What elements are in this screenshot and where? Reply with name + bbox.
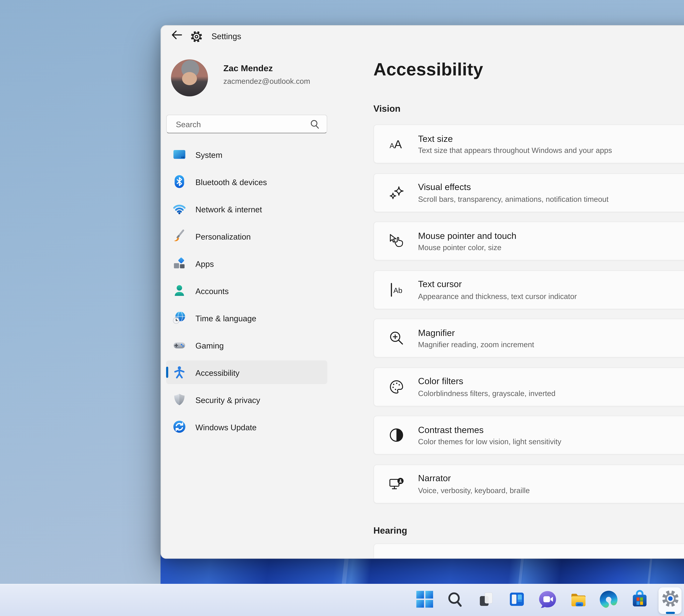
sidebar-item-personalization[interactable]: Personalization xyxy=(166,224,327,248)
store-button[interactable] xyxy=(628,587,651,615)
system-icon xyxy=(173,148,186,161)
setting-subtitle: Appearance and thickness, text cursor in… xyxy=(418,292,577,300)
search-box[interactable] xyxy=(166,115,327,133)
start-button[interactable] xyxy=(413,587,436,615)
windows-update-icon xyxy=(173,420,186,434)
apps-icon xyxy=(173,256,186,270)
edge-button[interactable] xyxy=(597,587,620,615)
security-shield-icon xyxy=(173,393,186,406)
titlebar[interactable]: Settings xyxy=(161,26,684,47)
magnifier-icon xyxy=(388,330,405,346)
setting-subtitle: Text size that appears throughout Window… xyxy=(418,146,612,155)
setting-row-narrator[interactable]: Narrator Voice, verbosity, keyboard, bra… xyxy=(373,464,684,503)
active-app-indicator xyxy=(665,612,675,614)
setting-title: Color filters xyxy=(418,376,555,387)
sidebar-item-label: Network & internet xyxy=(196,204,262,213)
sidebar-item-accessibility[interactable]: Accessibility xyxy=(166,360,327,384)
sidebar-item-label: Time & language xyxy=(196,313,256,322)
setting-row-text-size[interactable]: AA Text size Text size that appears thro… xyxy=(373,124,684,163)
sidebar-item-label: Security & privacy xyxy=(196,395,260,404)
sidebar-item-security-privacy[interactable]: Security & privacy xyxy=(166,388,327,411)
screen: Settings Zac Mendez zacmendez@outlook.co… xyxy=(0,0,684,616)
taskbar-center xyxy=(413,585,682,616)
sidebar-item-windows-update[interactable]: Windows Update xyxy=(166,415,327,439)
settings-gear-taskbar-icon xyxy=(660,590,680,612)
setting-row-mouse-pointer[interactable]: Mouse pointer and touch Mouse pointer co… xyxy=(373,221,684,261)
sidebar-item-system[interactable]: System xyxy=(166,142,327,166)
narrator-icon xyxy=(388,475,405,492)
setting-row-magnifier[interactable]: Magnifier Magnifier reading, zoom increm… xyxy=(373,318,684,358)
setting-subtitle: Color themes for low vision, light sensi… xyxy=(418,437,561,446)
sidebar-item-label: Apps xyxy=(196,259,214,268)
sidebar-item-label: Bluetooth & devices xyxy=(196,177,267,186)
personalization-icon xyxy=(173,229,186,243)
setting-subtitle: Mouse pointer color, size xyxy=(418,243,517,251)
setting-row-visual-effects[interactable]: Visual effects Scroll bars, transparency… xyxy=(373,173,684,212)
setting-title: Contrast themes xyxy=(418,424,561,435)
sidebar-item-label: Windows Update xyxy=(196,422,257,431)
stage: Settings Zac Mendez zacmendez@outlook.co… xyxy=(0,0,684,616)
setting-title: Narrator xyxy=(418,473,530,483)
settings-gear-icon xyxy=(186,27,206,45)
widgets-icon xyxy=(507,590,526,611)
accounts-icon xyxy=(173,284,186,298)
sidebar-item-label: Personalization xyxy=(196,232,251,241)
svg-text:A: A xyxy=(390,142,394,150)
sidebar-item-bluetooth-devices[interactable]: Bluetooth & devices xyxy=(166,170,327,193)
profile-card[interactable]: Zac Mendez zacmendez@outlook.com xyxy=(166,58,327,107)
sidebar-item-network-internet[interactable]: Network & internet xyxy=(166,197,327,221)
setting-title: Text size xyxy=(418,133,612,144)
search-icon xyxy=(310,119,320,132)
chat-button[interactable] xyxy=(536,587,559,615)
window-title: Settings xyxy=(211,31,241,41)
setting-title: Magnifier xyxy=(418,327,534,338)
edge-icon xyxy=(599,590,618,612)
sidebar-item-label: System xyxy=(196,150,223,159)
time-language-icon xyxy=(173,311,186,325)
settings-list: AA Text size Text size that appears thro… xyxy=(373,124,684,503)
setting-title: Mouse pointer and touch xyxy=(418,230,517,241)
setting-title: Visual effects xyxy=(418,182,609,192)
svg-text:A: A xyxy=(394,138,402,151)
search-input[interactable] xyxy=(175,116,307,132)
network-icon xyxy=(173,202,186,216)
file-explorer-button[interactable] xyxy=(566,587,589,615)
setting-row-contrast-themes[interactable]: Contrast themes Color themes for low vis… xyxy=(373,416,684,455)
back-button[interactable] xyxy=(167,27,186,45)
sidebar-item-label: Gaming xyxy=(196,340,224,350)
sidebar-item-time-language[interactable]: Time & language xyxy=(166,306,327,330)
taskbar: 11:11 AM 6/24/2021 xyxy=(0,584,684,616)
windows-start-icon xyxy=(415,590,434,611)
bluetooth-icon xyxy=(173,175,186,189)
page-title: Accessibility xyxy=(373,60,684,80)
setting-subtitle: Voice, verbosity, keyboard, braille xyxy=(418,486,530,494)
profile-name: Zac Mendez xyxy=(223,64,273,73)
mouse-pointer-icon xyxy=(388,233,405,249)
setting-row-partial[interactable] xyxy=(373,543,684,559)
file-explorer-icon xyxy=(568,590,588,612)
accessibility-icon xyxy=(173,365,186,379)
taskbar-search-icon xyxy=(447,591,464,611)
sidebar-item-gaming[interactable]: Gaming xyxy=(166,333,327,357)
sidebar-item-accounts[interactable]: Accounts xyxy=(166,279,327,302)
setting-row-text-cursor[interactable]: Ab Text cursor Appearance and thickness,… xyxy=(373,270,684,309)
sidebar-item-label: Accessibility xyxy=(196,368,240,377)
widgets-button[interactable] xyxy=(505,587,528,615)
setting-row-color-filters[interactable]: Color filters Colorblindness filters, gr… xyxy=(373,367,684,406)
setting-subtitle: Scroll bars, transparency, animations, n… xyxy=(418,195,609,203)
task-view-icon xyxy=(477,590,495,611)
selection-accent xyxy=(166,367,168,378)
sidebar-nav: System Bluetooth & devices Network & int… xyxy=(166,142,327,439)
search-button[interactable] xyxy=(443,587,466,615)
setting-subtitle: Colorblindness filters, grayscale, inver… xyxy=(418,389,555,397)
text-cursor-icon: Ab xyxy=(388,281,405,298)
task-view-button[interactable] xyxy=(474,587,497,615)
text-size-icon: AA xyxy=(388,135,405,152)
visual-effects-icon xyxy=(388,184,405,201)
sidebar-item-apps[interactable]: Apps xyxy=(166,251,327,275)
setting-subtitle: Magnifier reading, zoom increment xyxy=(418,340,534,349)
store-icon xyxy=(630,590,649,612)
back-arrow-icon xyxy=(171,29,182,43)
section-label-vision: Vision xyxy=(373,103,684,114)
settings-taskbar-button[interactable] xyxy=(659,587,682,615)
